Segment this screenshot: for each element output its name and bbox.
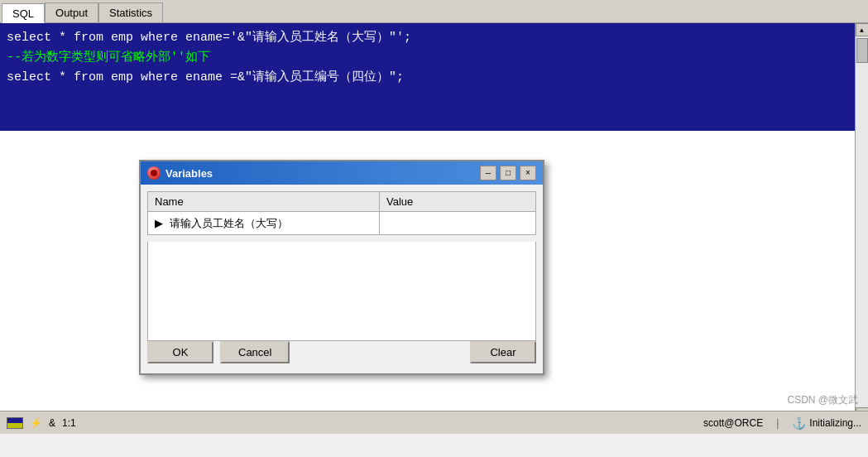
status-sep: |	[776, 417, 779, 429]
dialog-close-button[interactable]: ×	[520, 166, 536, 180]
dialog-buttons: OK Cancel Clear	[147, 341, 536, 367]
dialog-title-left: Variables	[147, 166, 213, 180]
scrollbar-vertical[interactable]: ▲ ▼	[855, 23, 868, 421]
connecting-icon: ⚓	[792, 416, 806, 430]
sql-line-3: select * from emp where ename =&"请输入员工编号…	[7, 68, 848, 88]
status-connecting: ⚓ Initializing...	[792, 416, 861, 430]
status-icon	[7, 417, 23, 429]
dialog-minimize-button[interactable]: —	[480, 166, 496, 180]
watermark: CSDN @微文武	[787, 393, 858, 407]
variable-value-input[interactable]	[386, 217, 529, 229]
status-text: Initializing...	[809, 417, 861, 429]
col-value-header: Value	[380, 192, 536, 212]
variable-name-cell: ▶ 请输入员工姓名（大写）	[148, 212, 380, 235]
ok-button[interactable]: OK	[147, 341, 213, 363]
tab-statistics[interactable]: Statistics	[98, 2, 163, 22]
cancel-button[interactable]: Cancel	[220, 341, 290, 363]
status-bar: ⚡ & 1:1 scott@ORCE | ⚓ Initializing...	[0, 411, 868, 434]
tab-output[interactable]: Output	[45, 2, 98, 22]
variable-name: 请输入员工姓名（大写）	[170, 217, 288, 229]
status-ampersand: &	[49, 417, 55, 429]
scroll-thumb[interactable]	[856, 38, 868, 63]
sql-line-1: select * from emp where ename='&"请输入员工姓名…	[7, 28, 848, 48]
dialog-content: Name Value ▶ 请输入员工姓名（大写）	[141, 185, 543, 373]
tab-sql[interactable]: SQL	[2, 3, 45, 23]
col-name-header: Name	[148, 192, 380, 212]
scroll-up-button[interactable]: ▲	[856, 23, 869, 36]
main-content: select * from emp where ename='&"请输入员工姓名…	[0, 23, 868, 434]
status-lightning: ⚡	[30, 417, 42, 429]
status-db-user: scott@ORCE	[703, 417, 763, 429]
status-position: 1:1	[62, 417, 76, 429]
row-indicator: ▶	[155, 217, 163, 229]
tab-bar: SQL Output Statistics	[0, 0, 868, 23]
dialog-restore-button[interactable]: □	[500, 166, 516, 180]
variables-dialog[interactable]: Variables — □ × Name Value	[139, 160, 544, 375]
status-right: scott@ORCE | ⚓ Initializing...	[703, 416, 861, 430]
variable-value-cell[interactable]	[380, 212, 536, 235]
dialog-titlebar: Variables — □ ×	[141, 161, 543, 185]
variables-table: Name Value ▶ 请输入员工姓名（大写）	[147, 191, 536, 235]
dialog-title-text: Variables	[165, 167, 213, 180]
clear-button[interactable]: Clear	[470, 341, 536, 363]
sql-line-2: --若为数字类型则可省略外部''如下	[7, 48, 848, 68]
dialog-controls: — □ ×	[480, 166, 536, 180]
table-row: ▶ 请输入员工姓名（大写）	[148, 212, 536, 235]
empty-rows-area	[147, 242, 536, 341]
scroll-track[interactable]	[856, 36, 869, 407]
dialog-app-icon	[147, 166, 161, 180]
